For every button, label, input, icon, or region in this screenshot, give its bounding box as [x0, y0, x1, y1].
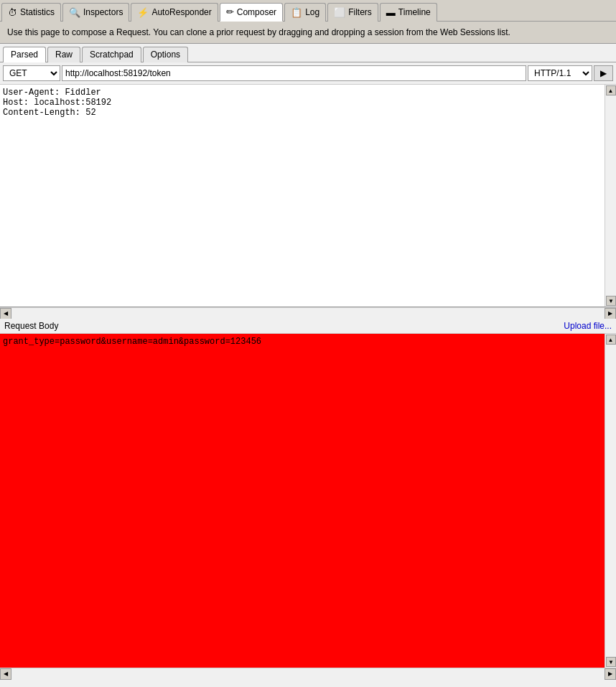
request-body-header: Request Body Upload file...	[0, 319, 616, 334]
tab-inspectors-label: Inspectors	[83, 7, 123, 17]
headers-textarea[interactable]	[0, 85, 605, 307]
method-select[interactable]: GET POST PUT DELETE HEAD OPTIONS PATCH	[3, 65, 60, 81]
protocol-select[interactable]: HTTP/1.1 HTTP/2	[528, 65, 592, 81]
headers-scroll-down[interactable]: ▼	[606, 296, 616, 306]
main-content: Use this page to compose a Request. You …	[0, 22, 616, 687]
body-wrapper: ▲ ▼ ◀ ▶	[0, 334, 616, 687]
tab-log-label: Log	[305, 7, 319, 17]
upload-file-link[interactable]: Upload file...	[564, 321, 612, 331]
timeline-icon: ▬	[386, 7, 396, 18]
sub-tab-parsed[interactable]: Parsed	[3, 47, 46, 62]
info-bar: Use this page to compose a Request. You …	[0, 22, 616, 44]
request-line: GET POST PUT DELETE HEAD OPTIONS PATCH H…	[0, 62, 616, 85]
statistics-icon: ⏱	[8, 7, 17, 18]
tab-timeline[interactable]: ▬ Timeline	[380, 3, 437, 22]
log-icon: 📋	[291, 7, 302, 18]
body-scroll-down[interactable]: ▼	[606, 657, 616, 667]
tab-composer[interactable]: ✏ Composer	[220, 3, 283, 22]
info-bar-text: Use this page to compose a Request. You …	[7, 27, 510, 37]
tab-autoresponder-label: AutoResponder	[151, 7, 211, 17]
sub-tab-raw-label: Raw	[55, 50, 73, 60]
tab-filters[interactable]: ⬜ Filters	[327, 3, 378, 22]
sub-tab-parsed-label: Parsed	[11, 50, 38, 60]
body-area: ▲ ▼	[0, 334, 616, 668]
sub-tab-options-label: Options	[151, 50, 180, 60]
filters-icon: ⬜	[334, 7, 345, 18]
sub-tab-scratchpad[interactable]: Scratchpad	[82, 47, 141, 62]
tab-log[interactable]: 📋 Log	[284, 3, 326, 22]
headers-scrollbar-y[interactable]: ▲ ▼	[605, 85, 616, 307]
body-scroll-left[interactable]: ◀	[0, 668, 11, 680]
sub-tab-options[interactable]: Options	[143, 47, 188, 62]
sub-tab-bar: Parsed Raw Scratchpad Options	[0, 44, 616, 62]
tab-autoresponder[interactable]: ⚡ AutoResponder	[131, 3, 218, 22]
tab-bar: ⏱ Statistics 🔍 Inspectors ⚡ AutoResponde…	[0, 0, 616, 22]
tab-statistics-label: Statistics	[20, 7, 55, 17]
headers-scroll-right[interactable]: ▶	[605, 308, 616, 319]
tab-statistics[interactable]: ⏱ Statistics	[1, 3, 61, 22]
url-input[interactable]	[62, 65, 526, 81]
headers-area: ▲ ▼	[0, 85, 616, 307]
headers-scroll-left[interactable]: ◀	[0, 308, 11, 319]
body-textarea[interactable]	[0, 334, 605, 668]
body-scrollbar-y[interactable]: ▲ ▼	[605, 334, 616, 668]
headers-scroll-track	[11, 309, 605, 319]
execute-button[interactable]: ▶	[594, 65, 613, 81]
request-body-label: Request Body	[4, 321, 58, 331]
body-scroll-track	[11, 669, 605, 679]
tab-composer-label: Composer	[237, 7, 276, 17]
body-scroll-up[interactable]: ▲	[606, 335, 616, 345]
sub-tab-raw[interactable]: Raw	[47, 47, 80, 62]
body-scroll-right[interactable]: ▶	[605, 668, 616, 680]
tab-filters-label: Filters	[348, 7, 372, 17]
headers-scroll-up[interactable]: ▲	[606, 85, 616, 95]
sub-tab-scratchpad-label: Scratchpad	[90, 50, 134, 60]
inspectors-icon: 🔍	[69, 7, 80, 18]
body-scrollbar-x[interactable]: ◀ ▶	[0, 668, 616, 679]
tab-inspectors[interactable]: 🔍 Inspectors	[62, 3, 129, 22]
composer-icon: ✏	[226, 6, 234, 17]
headers-scrollbar-x[interactable]: ◀ ▶	[0, 307, 616, 319]
autoresponder-icon: ⚡	[137, 7, 149, 18]
tab-timeline-label: Timeline	[398, 7, 431, 17]
